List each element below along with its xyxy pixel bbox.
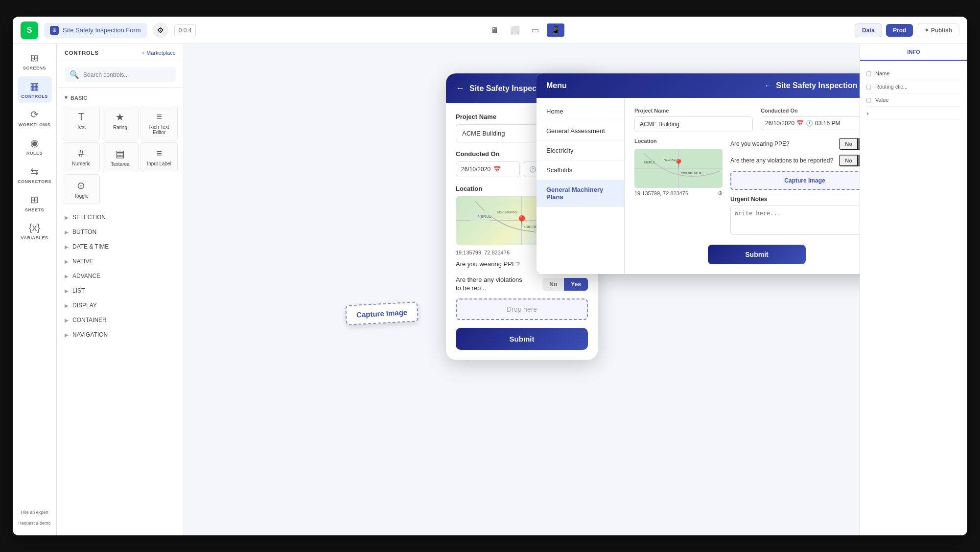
section-date-time[interactable]: ▶ DATE & TIME [57,239,184,254]
sidebar-item-sheets[interactable]: ⊞ SHEETS [18,190,52,216]
screens-label: SCREENS [23,66,46,70]
variables-label: VARIABLES [21,235,48,240]
tablet-menu-item-home[interactable]: Home [537,102,624,121]
desktop-icon[interactable]: 🖥 [487,24,502,37]
tablet-preview-window: Menu ← Site Safety Inspection Form Home … [537,73,860,274]
button-chevron-icon: ▶ [65,230,69,235]
svg-text:Navi Mumbai: Navi Mumbai [497,210,517,214]
mobile-icon[interactable]: 📱 [547,23,564,37]
logo: S [21,22,38,39]
tablet-menu-item-machinery[interactable]: General Machinery Plans [537,180,624,207]
section-button[interactable]: ▶ BUTTON [57,225,184,239]
app-tab[interactable]: ⊞ Site Safety Inspection Form [44,23,147,38]
tablet-menu-item-electricity[interactable]: Electricity [537,141,624,161]
request-demo-link[interactable]: Request a demo [16,519,52,528]
section-native[interactable]: ▶ NATIVE [57,254,184,269]
prod-button[interactable]: Prod [886,24,913,37]
tablet-date-value: 26/10/2020 [765,120,794,127]
tablet-icon[interactable]: ⬜ [506,23,524,37]
date-input[interactable]: 26/10/2020 📅 [456,161,520,177]
section-display[interactable]: ▶ DISPLAY [57,298,184,313]
search-input[interactable] [83,71,171,78]
sidebar-item-variables[interactable]: {x} VARIABLES [18,218,52,244]
selection-chevron-icon: ▶ [65,215,69,220]
text-control-icon: T [78,111,84,122]
tablet-menu-item-scaffolds[interactable]: Scaffolds [537,161,624,180]
tab-info[interactable]: INFO [860,44,967,61]
violations-yes-button[interactable]: Yes [564,278,588,291]
capture-image-area[interactable]: Drop here [456,299,588,320]
datetime-chevron-icon: ▶ [65,244,69,250]
tablet-violations-yes[interactable]: Yes [858,155,860,166]
rules-label: RULES [26,151,43,156]
section-advance[interactable]: ▶ ADVANCE [57,269,184,283]
display-chevron-icon: ▶ [65,303,69,308]
name-prop-label: Name [875,70,889,76]
violations-row: Are there any violations to be rep... No… [456,276,588,293]
controls-title: CONTROLS [65,50,99,56]
property-row-name: ▢ Name [866,67,961,80]
tablet-header: Menu ← Site Safety Inspection Form [537,73,860,98]
tablet-ppe-no[interactable]: No [839,138,858,150]
section-container[interactable]: ▶ CONTAINER [57,313,184,327]
violations-no-button[interactable]: No [542,278,564,291]
app-tab-icon: ⊞ [50,26,59,35]
sidebar-item-controls[interactable]: ▦ CONTROLS [18,76,52,103]
sidebar-item-connectors[interactable]: ⇆ CONNECTORS [18,161,52,188]
input-label-control-label: Input Label [147,161,171,166]
tablet-violations-row: Are there any violations to be reported?… [730,155,860,166]
tablet-ppe-yes[interactable]: Yes [858,138,860,150]
marketplace-link[interactable]: + Marketplace [142,50,176,56]
gear-button[interactable]: ⚙ [153,23,168,38]
connectors-label: CONNECTORS [18,179,51,184]
tablet-conducted-group: Conducted On 26/10/2020 📅 🕐 03:15 PM [761,108,860,132]
tablet-back-icon[interactable]: ← [764,81,772,90]
mobile-back-button[interactable]: ← [456,83,465,93]
tablet-project-input[interactable] [634,116,753,132]
submit-button[interactable]: Submit [456,328,588,350]
sidebar-item-rules[interactable]: ◉ RULES [18,133,52,160]
tablet-project-row: Project Name Conducted On 26/10/2020 📅 🕐… [634,108,860,132]
numeric-control-icon: # [78,148,84,159]
advance-label: ADVANCE [72,273,100,279]
section-selection[interactable]: ▶ SELECTION [57,210,184,225]
tablet-violations-question: Are there any violations to be reported? [730,157,833,164]
control-item-rich-text[interactable]: ≡ Rich Text Editor [140,106,178,140]
tablet-violations-no[interactable]: No [839,155,858,166]
sidebar-item-screens[interactable]: ⊞ SCREENS [18,48,52,74]
map-pin: 📍 [514,215,529,229]
control-item-rating[interactable]: ★ Rating [102,106,139,140]
controls-panel: CONTROLS + Marketplace 🔍 ▾ BASIC T Text [57,44,184,535]
tablet-menu-item-general[interactable]: General Assessment [537,121,624,141]
sidebar-item-workflows[interactable]: ⟳ WORKFLOWS [18,105,52,131]
section-list[interactable]: ▶ LIST [57,283,184,298]
tablet-crosshair-icon[interactable]: ⊕ [718,190,723,196]
control-item-text[interactable]: T Text [63,106,100,140]
search-input-wrap[interactable]: 🔍 [65,67,176,82]
publish-button[interactable]: ✦ Publish [917,23,959,37]
version-badge[interactable]: 0.0.4 [174,24,196,36]
selection-label: SELECTION [72,214,106,221]
main-content: ⊞ SCREENS ▦ CONTROLS ⟳ WORKFLOWS ◉ RULES… [13,44,967,535]
section-navigation[interactable]: ▶ NAVIGATION [57,327,184,342]
tablet-submit-button[interactable]: Submit [708,245,806,264]
tablet-violations-yes-no: No Yes [839,155,860,166]
basic-section-label: ▾ BASIC [57,92,184,104]
tablet-calendar-icon: 📅 [796,120,804,127]
landscape-icon[interactable]: ▭ [528,23,543,37]
control-item-numeric[interactable]: # Numeric [63,142,100,172]
controls-header: CONTROLS + Marketplace [57,44,184,62]
tablet-capture-button[interactable]: Capture Image [730,171,860,190]
input-label-control-icon: ≡ [156,148,162,159]
tablet-date-wrap[interactable]: 26/10/2020 📅 🕐 03:15 PM [761,116,860,130]
control-item-toggle[interactable]: ⊙ Toggle [63,174,100,204]
routing-prop-label: Routing clic... [875,84,908,90]
control-item-textarea[interactable]: ▤ Textarea [102,142,139,172]
tablet-clock-icon: 🕐 [806,120,813,127]
control-item-input-label[interactable]: ≡ Input Label [140,142,178,172]
calendar-icon: 📅 [493,166,501,173]
tablet-urgent-textarea[interactable] [730,206,860,235]
data-button[interactable]: Data [855,23,882,37]
hire-expert-link[interactable]: Hire an expert [19,508,50,517]
connectors-icon: ⇆ [30,165,39,177]
